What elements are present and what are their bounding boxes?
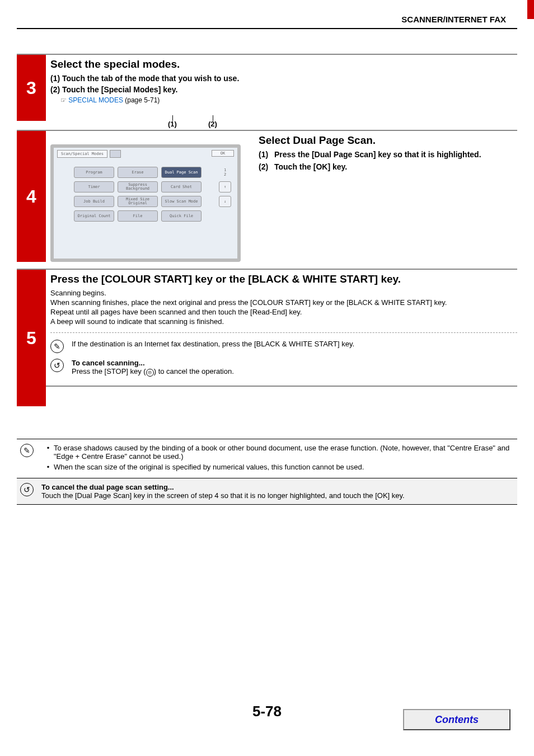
note2-body-b: ) to cancel the operation. xyxy=(154,367,234,375)
bottom-note-2-body: Touch the [Dual Page Scan] key in the sc… xyxy=(41,491,405,500)
mode-quick-file[interactable]: Quick File xyxy=(161,210,202,222)
touchscreen-panel: Scan/Special Modes OK Program Erase Dual… xyxy=(50,144,241,262)
mode-program[interactable]: Program xyxy=(74,167,114,178)
bottom-note-1a: To erase shadows caused by the binding o… xyxy=(51,444,517,461)
step-5: 5 Press the [COLOUR START] key or the [B… xyxy=(17,269,517,387)
page-indicator: 1 2 xyxy=(219,167,231,178)
mode-original-count[interactable]: Original Count xyxy=(74,210,114,222)
pointing-hand-icon: ☞ xyxy=(60,96,67,104)
ok-button[interactable]: OK xyxy=(212,150,234,157)
callout-2: (2) xyxy=(208,120,217,128)
tab-scan-special-modes[interactable]: Scan/Special Modes xyxy=(57,150,107,158)
step-number-4: 4 xyxy=(17,131,46,262)
callout-line-1 xyxy=(172,115,173,121)
bottom-note-2-title: To cancel the dual page scan setting... xyxy=(41,483,405,491)
undo-note-icon: ↺ xyxy=(50,359,64,372)
step5-note1: If the destination is an Internet fax de… xyxy=(72,340,354,348)
step3-sub2: (2) Touch the [Special Modes] key. xyxy=(50,85,517,94)
dotted-divider xyxy=(50,332,517,333)
step4-sub1-text: Press the [Dual Page Scan] key so that i… xyxy=(274,150,481,159)
brand-red-bar xyxy=(527,0,534,19)
step4-sub2-num: (2) xyxy=(259,162,274,171)
mode-erase[interactable]: Erase xyxy=(118,167,158,178)
callout-1: (1) xyxy=(168,120,177,128)
crossref-page: (page 5-71) xyxy=(123,96,160,104)
mode-slow-scan-mode[interactable]: Slow Scan Mode xyxy=(161,196,202,207)
mode-job-build[interactable]: Job Build xyxy=(74,196,114,207)
section-title: SCANNER/INTERNET FAX xyxy=(401,15,506,24)
step5-note2-title: To cancel scanning... xyxy=(72,359,234,367)
step4-sub2-text: Touch the [OK] key. xyxy=(274,162,347,171)
step5-body2: When scanning finishes, place the next o… xyxy=(50,298,517,307)
bottom-notes: ✎ To erase shadows caused by the binding… xyxy=(17,439,517,505)
step-4: 4 (1) (2) Scan/Special Modes OK P xyxy=(17,130,517,265)
mode-suppress-background[interactable]: Suppress Background xyxy=(118,181,158,192)
mode-timer[interactable]: Timer xyxy=(74,181,114,192)
scroll-down-button[interactable]: ↓ xyxy=(219,196,231,207)
step3-sub1: (1) Touch the tab of the mode that you w… xyxy=(50,74,517,83)
step5-note2-body: Press the [STOP] key (◎) to cancel the o… xyxy=(72,367,234,377)
special-modes-grid: Program Erase Dual Page Scan Timer Suppr… xyxy=(74,167,202,222)
step4-heading: Select Dual Page Scan. xyxy=(259,134,517,147)
rule-bottom xyxy=(17,504,517,505)
step5-heading: Press the [COLOUR START] key or the [BLA… xyxy=(50,273,517,285)
special-modes-link[interactable]: SPECIAL MODES xyxy=(68,96,123,104)
step5-body3: Repeat until all pages have been scanned… xyxy=(50,308,517,316)
note2-body-a: Press the [STOP] key ( xyxy=(72,367,146,375)
step3-heading: Select the special modes. xyxy=(50,58,517,71)
contents-button[interactable]: Contents xyxy=(403,709,510,730)
step-3: 3 Select the special modes. (1) Touch th… xyxy=(17,54,517,107)
header-rule xyxy=(17,28,517,29)
mode-card-shot[interactable]: Card Shot xyxy=(161,181,202,192)
step4-sub1-num: (1) xyxy=(259,150,274,159)
undo-note-icon: ↺ xyxy=(20,483,34,496)
step5-body1: Scanning begins. xyxy=(50,289,517,297)
mode-dual-page-scan[interactable]: Dual Page Scan xyxy=(161,167,202,178)
step3-crossref: ☞ SPECIAL MODES (page 5-71) xyxy=(60,96,517,104)
callout-line-2 xyxy=(213,115,213,121)
step5-bottom-rule xyxy=(17,386,517,387)
bottom-note-1b: When the scan size of the original is sp… xyxy=(51,463,517,471)
step-number-3: 3 xyxy=(17,55,46,121)
stop-key-icon: ◎ xyxy=(146,369,154,377)
pencil-note-icon: ✎ xyxy=(50,340,64,353)
mode-mixed-size-original[interactable]: Mixed Size Original xyxy=(118,196,158,207)
mode-file[interactable]: File xyxy=(118,210,158,222)
tab-secondary[interactable] xyxy=(110,150,121,158)
scroll-up-button[interactable]: ↑ xyxy=(219,181,231,192)
step-number-5: 5 xyxy=(17,270,46,406)
step5-body4: A beep will sound to indicate that scann… xyxy=(50,317,517,326)
pencil-note-icon: ✎ xyxy=(20,444,34,457)
